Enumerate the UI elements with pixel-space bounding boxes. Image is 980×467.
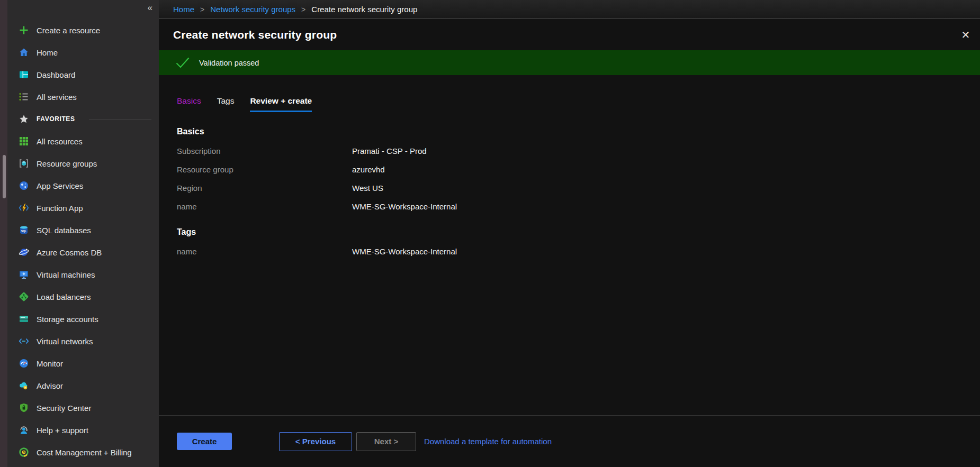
home-icon <box>19 47 29 58</box>
breadcrumb-network-security-groups-link[interactable]: Network security groups <box>210 5 295 14</box>
all-resources-icon <box>19 136 29 146</box>
row-value: West US <box>352 184 383 193</box>
azure-portal-window: « Create a resource Home Dashboard All s… <box>0 0 980 467</box>
check-icon <box>175 57 190 69</box>
sidebar-item-security-center[interactable]: Security Center <box>7 397 159 419</box>
review-create-content: Basics Tags Review + create Basics Subsc… <box>159 75 980 415</box>
plus-icon <box>19 25 29 35</box>
breadcrumb-chevron-icon: > <box>301 5 305 14</box>
function-app-icon <box>19 203 29 213</box>
breadcrumb-home-link[interactable]: Home <box>173 5 194 14</box>
security-center-icon <box>19 402 29 413</box>
row-label: name <box>177 247 352 256</box>
sidebar-collapse-icon[interactable]: « <box>148 3 152 13</box>
main-panel: Home > Network security groups > Create … <box>159 0 980 467</box>
favorites-divider <box>89 119 151 120</box>
breadcrumb: Home > Network security groups > Create … <box>159 0 980 19</box>
sidebar-item-azure-cosmos-db[interactable]: Azure Cosmos DB <box>7 241 159 263</box>
monitor-icon <box>19 358 29 369</box>
star-icon <box>19 114 29 124</box>
tab-review-create[interactable]: Review + create <box>250 96 312 112</box>
sidebar-item-load-balancers[interactable]: Load balancers <box>7 286 159 308</box>
virtual-networks-icon <box>19 336 29 346</box>
create-button[interactable]: Create <box>177 433 232 450</box>
review-row-tag-name: name WME-SG-Workspace-Internal <box>177 242 980 261</box>
row-label: Region <box>177 184 352 193</box>
sidebar-item-advisor[interactable]: Advisor <box>7 374 159 397</box>
previous-button[interactable]: < Previous <box>279 432 352 451</box>
virtual-machines-icon <box>19 269 29 280</box>
sidebar-item-label: Function App <box>37 204 83 213</box>
sidebar-item-help-support[interactable]: Help + support <box>7 419 159 441</box>
sidebar-item-all-services[interactable]: All services <box>7 86 159 108</box>
sidebar-item-label: Azure Cosmos DB <box>37 248 102 257</box>
row-label: name <box>177 202 352 211</box>
sidebar-item-label: Help + support <box>37 426 88 435</box>
sidebar-section-favorites: FAVORITES <box>7 108 159 130</box>
sidebar-item-virtual-machines[interactable]: Virtual machines <box>7 263 159 286</box>
review-row-name: name WME-SG-Workspace-Internal <box>177 197 980 216</box>
sidebar-item-label: Dashboard <box>37 70 75 79</box>
section-heading-tags: Tags <box>177 227 980 237</box>
validation-message: Validation passed <box>199 59 259 67</box>
tab-basics[interactable]: Basics <box>177 96 201 112</box>
row-value: Pramati - CSP - Prod <box>352 146 427 155</box>
svg-text:SQL: SQL <box>21 230 26 233</box>
sidebar-nav: Create a resource Home Dashboard All ser… <box>7 19 159 463</box>
sidebar-item-home[interactable]: Home <box>7 41 159 63</box>
left-scrollbar-track[interactable] <box>0 0 7 467</box>
sidebar-item-label: All services <box>37 93 77 102</box>
help-support-icon <box>19 425 29 435</box>
sidebar-item-label: Home <box>37 48 58 57</box>
validation-banner: Validation passed <box>159 50 980 75</box>
sidebar-item-label: SQL databases <box>37 226 91 235</box>
review-row-region: Region West US <box>177 179 980 197</box>
review-row-resource-group: Resource group azurevhd <box>177 160 980 179</box>
sidebar-item-label: Advisor <box>37 381 63 390</box>
next-button[interactable]: Next > <box>356 432 416 451</box>
sidebar-item-cost-management-billing[interactable]: $ Cost Management + Billing <box>7 441 159 463</box>
sidebar-item-label: Security Center <box>37 404 91 413</box>
cost-management-icon: $ <box>19 447 29 457</box>
sidebar-item-label: Monitor <box>37 359 63 368</box>
row-label: Resource group <box>177 165 352 174</box>
page-title: Create network security group <box>173 29 337 41</box>
sidebar-item-dashboard[interactable]: Dashboard <box>7 63 159 86</box>
breadcrumb-chevron-icon: > <box>200 5 204 14</box>
tab-tags[interactable]: Tags <box>217 96 235 112</box>
sidebar-item-all-resources[interactable]: All resources <box>7 130 159 152</box>
sidebar-section-label: FAVORITES <box>37 115 75 123</box>
sidebar-item-label: Resource groups <box>37 159 97 168</box>
left-scrollbar-thumb[interactable] <box>3 155 6 198</box>
dashboard-icon <box>19 69 29 80</box>
breadcrumb-current-page: Create network security group <box>311 5 417 14</box>
sidebar-item-resource-groups[interactable]: Resource groups <box>7 152 159 175</box>
review-row-subscription: Subscription Pramati - CSP - Prod <box>177 142 980 160</box>
sql-databases-icon: SQL <box>19 225 29 235</box>
sidebar-item-label: Storage accounts <box>37 315 98 324</box>
sidebar: « Create a resource Home Dashboard All s… <box>7 0 159 467</box>
load-balancers-icon <box>19 291 29 302</box>
sidebar-item-app-services[interactable]: App Services <box>7 175 159 197</box>
section-heading-basics: Basics <box>177 127 980 136</box>
sidebar-item-virtual-networks[interactable]: Virtual networks <box>7 330 159 352</box>
page-header: Create network security group ✕ <box>159 19 980 50</box>
sidebar-item-create-a-resource[interactable]: Create a resource <box>7 19 159 41</box>
storage-accounts-icon <box>19 314 29 324</box>
sidebar-item-function-app[interactable]: Function App <box>7 197 159 219</box>
footer-bar: Create < Previous Next > Download a temp… <box>159 415 980 467</box>
sidebar-item-storage-accounts[interactable]: Storage accounts <box>7 308 159 330</box>
sidebar-item-sql-databases[interactable]: SQL SQL databases <box>7 219 159 241</box>
row-label: Subscription <box>177 146 352 155</box>
app-services-icon <box>19 180 29 191</box>
row-value: WME-SG-Workspace-Internal <box>352 202 457 211</box>
resource-groups-icon <box>19 158 29 169</box>
sidebar-item-monitor[interactable]: Monitor <box>7 352 159 374</box>
download-template-link[interactable]: Download a template for automation <box>424 437 552 446</box>
sidebar-item-label: All resources <box>37 137 83 146</box>
close-icon[interactable]: ✕ <box>957 26 975 44</box>
cosmos-db-icon <box>19 247 29 258</box>
all-services-icon <box>19 91 29 102</box>
sidebar-item-label: Virtual networks <box>37 337 93 346</box>
sidebar-item-label: Cost Management + Billing <box>37 448 132 457</box>
